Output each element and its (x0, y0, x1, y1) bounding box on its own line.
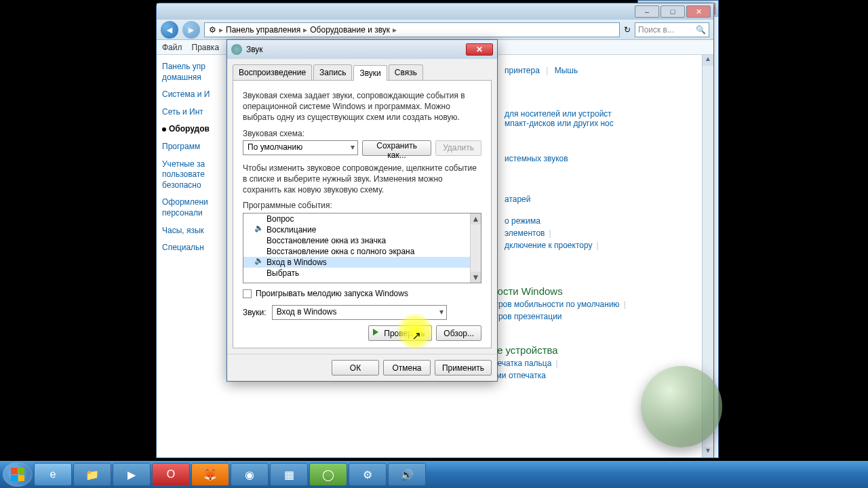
sidebar-item[interactable]: Учетные за пользовате безопасно (162, 159, 222, 191)
sidebar-item[interactable]: Оформлени персонали (162, 197, 222, 218)
sidebar-item[interactable]: Программ (162, 142, 222, 152)
description-text: Звуковая схема задает звуки, сопровождаю… (243, 90, 481, 123)
taskbar-media[interactable]: ▶ (113, 463, 151, 486)
breadcrumb-part[interactable]: Панель управления (226, 25, 300, 35)
desktop-orb-decoration (641, 366, 722, 447)
link-mouse[interactable]: Мышь (555, 66, 578, 75)
refresh-icon[interactable]: ↻ (624, 25, 631, 35)
delete-button: Удалить (435, 140, 481, 156)
taskbar-sound[interactable]: 🔊 (388, 463, 426, 486)
close-button[interactable]: ✕ (686, 5, 711, 18)
search-icon: 🔍 (696, 25, 706, 35)
tab-sounds[interactable]: Звуки (353, 65, 387, 81)
speaker-icon (256, 258, 264, 266)
breadcrumb-part[interactable]: Оборудование и звук (310, 25, 390, 35)
sidebar-item[interactable]: Система и И (162, 89, 222, 100)
apply-button[interactable]: Применить (435, 360, 492, 375)
link-sounds[interactable]: истемных звуков (505, 154, 568, 163)
maximize-button[interactable]: □ (660, 5, 685, 18)
menu-edit[interactable]: Правка (192, 43, 220, 52)
play-icon (373, 329, 378, 336)
tab-strip: Воспроизведение Запись Звуки Связь (227, 59, 497, 80)
link-printer[interactable]: принтера (505, 66, 540, 75)
sidebar-item[interactable]: Оборудов (162, 124, 222, 135)
description-text-2: Чтобы изменить звуковое сопровождение, щ… (243, 163, 481, 196)
breadcrumb-icon: ⚙ (209, 25, 216, 35)
taskbar-app[interactable]: ▦ (270, 463, 308, 486)
menu-file[interactable]: Файл (162, 43, 182, 52)
sidebar-item[interactable]: Панель упр домашняя (162, 62, 222, 83)
sidebar-item[interactable]: Сеть и Инт (162, 107, 222, 118)
breadcrumb[interactable]: ⚙ ▸ Панель управления ▸ Оборудование и з… (204, 22, 620, 37)
dialog-footer: ОК Отмена Применить (227, 354, 497, 381)
save-as-button[interactable]: Сохранить как... (362, 140, 431, 156)
sound-combobox[interactable]: Вход в Windows (272, 305, 447, 320)
forward-button[interactable]: ► (182, 21, 200, 39)
window-titlebar: – □ ✕ (157, 3, 713, 20)
windows-logo-icon (11, 468, 24, 481)
sounds-label: Звуки: (243, 308, 267, 317)
link-elements[interactable]: элементов (505, 228, 545, 238)
taskbar-firefox[interactable]: 🦊 (191, 463, 229, 486)
taskbar-opera[interactable]: O (152, 463, 190, 486)
scheme-combobox[interactable]: По умолчанию (243, 140, 358, 155)
test-button[interactable]: Проверить (368, 325, 432, 341)
back-button[interactable]: ◄ (161, 21, 178, 39)
events-listbox[interactable]: ВопросВосклицаниеВосстановление окна из … (243, 213, 481, 283)
link-mode[interactable]: о режима (505, 216, 540, 226)
link-battery[interactable]: атарей (505, 195, 531, 204)
taskbar-ie[interactable]: e (34, 463, 72, 486)
ok-button[interactable]: ОК (332, 360, 379, 375)
event-item[interactable]: Восстановление окна с полного экрана (243, 246, 481, 257)
close-button[interactable]: ✕ (466, 43, 493, 56)
start-button[interactable] (3, 462, 33, 487)
link-projector[interactable]: дключение к проектору (505, 241, 592, 250)
event-item[interactable]: Вход в Windows (243, 257, 481, 268)
scrollbar[interactable]: ▲▼ (470, 214, 481, 283)
search-input[interactable]: Поиск в... 🔍 (635, 22, 709, 37)
tab-playback[interactable]: Воспроизведение (233, 64, 312, 80)
taskbar-green[interactable]: ◯ (309, 463, 347, 486)
tab-body: Звуковая схема задает звуки, сопровождаю… (233, 80, 492, 348)
link-media[interactable]: для носителей или устройст (505, 109, 612, 119)
event-item[interactable]: Восстановление окна из значка (243, 235, 481, 246)
event-item[interactable]: Восклицание (243, 224, 481, 235)
sound-icon (231, 44, 242, 55)
dialog-titlebar[interactable]: Звук ✕ (227, 40, 497, 59)
startup-sound-checkbox[interactable] (243, 289, 252, 298)
cancel-button[interactable]: Отмена (383, 360, 431, 375)
sidebar-item[interactable]: Специальн (162, 243, 222, 253)
minimize-button[interactable]: – (635, 5, 659, 18)
tab-communications[interactable]: Связь (389, 64, 423, 80)
taskbar-chrome[interactable]: ◉ (231, 463, 269, 486)
taskbar-explorer[interactable]: 📁 (73, 463, 111, 486)
taskbar-control-panel[interactable]: ⚙ (349, 463, 387, 486)
dialog-title: Звук (246, 45, 466, 54)
sidebar-item[interactable]: Часы, язык (162, 226, 222, 237)
scheme-label: Звуковая схема: (243, 129, 481, 138)
events-label: Программные события: (243, 201, 481, 210)
speaker-icon (256, 225, 264, 233)
sidebar: Панель упр домашняяСистема и ИСеть и Инт… (157, 55, 228, 458)
event-item[interactable]: Вопрос (243, 214, 481, 224)
browse-button[interactable]: Обзор... (436, 325, 481, 341)
startup-sound-label: Проигрывать мелодию запуска Windows (256, 289, 408, 298)
sound-dialog: Звук ✕ Воспроизведение Запись Звуки Связ… (226, 39, 498, 382)
tab-recording[interactable]: Запись (313, 64, 352, 80)
address-bar-row: ◄ ► ⚙ ▸ Панель управления ▸ Оборудование… (157, 20, 713, 40)
event-item[interactable]: Выбрать (243, 268, 481, 279)
taskbar: e 📁 ▶ O 🦊 ◉ ▦ ◯ ⚙ 🔊 (0, 461, 868, 488)
